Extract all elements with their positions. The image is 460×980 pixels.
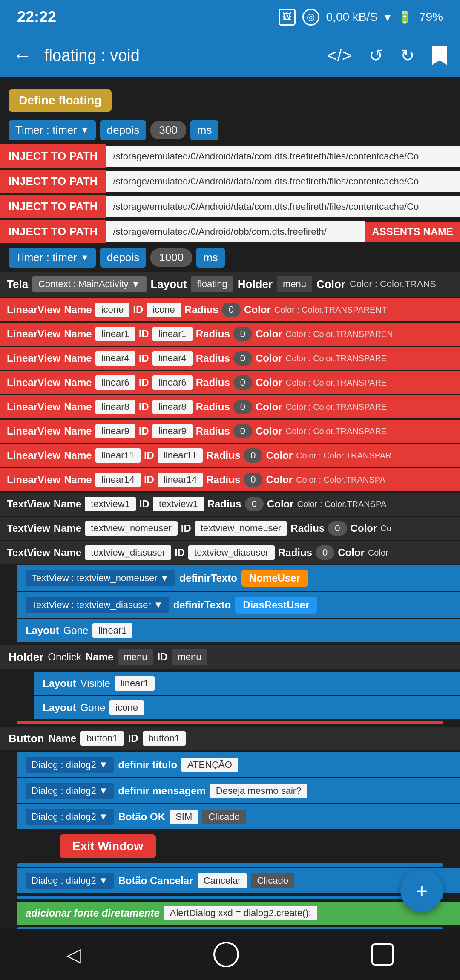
inject-label-2: INJECT TO PATH xyxy=(0,170,106,193)
holder-onclick-name[interactable]: menu xyxy=(118,649,153,665)
top-bar: ← floating : void </> ↺ ↻ xyxy=(0,34,460,77)
menu-badge[interactable]: menu xyxy=(277,276,312,292)
inject-label-1: INJECT TO PATH xyxy=(0,144,106,168)
dialog-dropdown-icon4: ▼ xyxy=(99,875,108,886)
inject-label-3: INJECT TO PATH xyxy=(0,195,106,218)
tela-keyword: Tela xyxy=(7,278,28,291)
action-row-diasuser: TextView : textview_diasuser ▼ definirTe… xyxy=(17,592,460,618)
nav-recents-button[interactable] xyxy=(371,943,394,966)
inject-row-4: INJECT TO PATH /storage/emulated/0/Andro… xyxy=(0,220,460,243)
timer1-block: Timer : timer ▼ depois 300 ms xyxy=(9,120,451,140)
ok-sim-value[interactable]: SIM xyxy=(170,810,198,824)
titulo-value[interactable]: ATENÇÃO xyxy=(181,758,238,772)
cancelar-value[interactable]: Cancelar xyxy=(198,873,247,888)
button1-id[interactable]: button1 xyxy=(143,731,186,746)
button-row-1: Button Name button1 ID button1 xyxy=(0,727,460,750)
linear-view-row-linear11: LinearView Name linear11 ID linear11 Rad… xyxy=(0,444,460,467)
definirTexto-label: definirTexto xyxy=(179,572,237,584)
timer2-block: Timer : timer ▼ depois 1000 ms xyxy=(9,248,451,268)
layout-visible-name[interactable]: linear1 xyxy=(115,676,155,691)
nav-recents-square-icon xyxy=(371,943,394,966)
textview-diasuser-dropdown[interactable]: TextView : textview_diasuser ▼ xyxy=(26,597,169,613)
exit-window-container: Exit Window xyxy=(34,832,460,861)
layout-gone-icone-name[interactable]: icone xyxy=(109,700,144,715)
timer1-value[interactable]: 300 xyxy=(150,121,186,139)
layout-gone-linear1: Layout Gone linear1 xyxy=(17,619,460,642)
fab-button[interactable]: + xyxy=(400,869,443,912)
layout-gone-icone: Layout Gone icone xyxy=(34,696,460,719)
cancelar-clicado: Clicado xyxy=(251,873,294,888)
dialog2-mensagem-dropdown[interactable]: Dialog : dialog2 ▼ xyxy=(26,783,114,799)
bottom-nav: ◁ xyxy=(0,929,460,980)
inject-path-3: /storage/emulated/0/Android/data/com.dts… xyxy=(106,196,460,217)
linear-view-row-linear1: LinearView Name linear1 ID linear1 Radiu… xyxy=(0,323,460,346)
dialog-row-ok: Dialog : dialog2 ▼ Botão OK SIM Clicado xyxy=(17,804,460,829)
definirTexto-label2: definirTexto xyxy=(173,599,231,611)
dialog-dropdown-icon: ▼ xyxy=(99,759,108,770)
code-icon[interactable]: </> xyxy=(327,46,352,65)
timer2-label[interactable]: Timer : timer ▼ xyxy=(9,248,96,268)
dialog2-titulo-dropdown[interactable]: Dialog : dialog2 ▼ xyxy=(26,757,114,773)
status-bar: 22:22 🖼 ◎ 0,00 kB/S ▾ 🔋 79% xyxy=(0,0,460,34)
red-separator-1 xyxy=(17,721,443,724)
mensagem-value[interactable]: Deseja mesmo sair? xyxy=(210,784,308,798)
inject-row-2: INJECT TO PATH /storage/emulated/0/Andro… xyxy=(0,170,460,193)
record-icon: ◎ xyxy=(302,9,319,26)
timer2-dropdown-icon: ▼ xyxy=(80,253,89,262)
color-keyword: Color xyxy=(316,278,345,291)
nav-back-button[interactable]: ◁ xyxy=(66,944,81,966)
linear-view-row-linear14: LinearView Name linear14 ID linear14 Rad… xyxy=(0,468,460,491)
toolbar-icons: </> ↺ ↻ xyxy=(327,46,447,65)
linear-view-row-linear9: LinearView Name linear9 ID linear9 Radiu… xyxy=(0,420,460,443)
redo-icon[interactable]: ↻ xyxy=(400,46,415,65)
dropdown-arrow-icon2: ▼ xyxy=(154,600,163,611)
source-value[interactable]: AlertDialog xxd = dialog2.create(); xyxy=(164,906,317,920)
main-content: Define floating Timer : timer ▼ depois 3… xyxy=(0,77,460,980)
define-floating-label: Define floating xyxy=(0,85,460,116)
green-source-row: adicionar fonte diretamente AlertDialog … xyxy=(17,902,460,925)
inject-path-2: /storage/emulated/0/Android/data/com.dts… xyxy=(106,171,460,192)
linear-view-row-linear4: LinearView Name linear4 ID linear4 Radiu… xyxy=(0,347,460,370)
layout-gone-name[interactable]: linear1 xyxy=(92,623,132,638)
dropdown-arrow-icon: ▼ xyxy=(160,573,170,584)
dialog2-cancelar-dropdown[interactable]: Dialog : dialog2 ▼ xyxy=(26,873,114,889)
button1-name[interactable]: button1 xyxy=(80,731,124,746)
layout-visible-linear1: Layout Visible linear1 xyxy=(34,672,460,695)
holder-onclick-id[interactable]: menu xyxy=(172,649,207,665)
timer1-label[interactable]: Timer : timer ▼ xyxy=(9,120,96,140)
timer2-value[interactable]: 1000 xyxy=(150,248,192,267)
bookmark-icon[interactable] xyxy=(432,46,447,65)
diasrestuser-value[interactable]: DiasRestUser xyxy=(235,597,317,614)
inject-path-4: /storage/emulated/0/Android/obb/com.dts.… xyxy=(106,221,365,242)
action-row-nomeuser: TextView : textview_nomeuser ▼ definirTe… xyxy=(17,565,460,591)
back-button[interactable]: ← xyxy=(13,45,32,66)
linear-view-row-linear8: LinearView Name linear8 ID linear8 Radiu… xyxy=(0,395,460,418)
inject-row-1: INJECT TO PATH /storage/emulated/0/Andro… xyxy=(0,144,460,168)
nav-home-button[interactable] xyxy=(213,942,239,967)
layout-keyword: Layout xyxy=(151,278,187,291)
fab-icon: + xyxy=(416,879,428,902)
undo-icon[interactable]: ↺ xyxy=(369,46,383,65)
image-icon: 🖼 xyxy=(279,9,296,26)
context-dropdown-icon: ▼ xyxy=(131,279,141,289)
timer2-depois: depois xyxy=(100,248,147,268)
holder-onclick-row: Holder Onclick Name menu ID menu xyxy=(0,645,460,669)
timer1-unit: ms xyxy=(190,120,219,140)
layout-value[interactable]: floating xyxy=(191,276,233,292)
holder-keyword: Holder xyxy=(238,278,273,291)
ok-clicado: Clicado xyxy=(202,810,245,824)
nomeuser-value[interactable]: NomeUser xyxy=(242,570,308,587)
timer2-unit: ms xyxy=(196,248,225,268)
battery-percent: 79% xyxy=(419,10,443,24)
color-value: Color : Color.TRANS xyxy=(350,279,436,290)
inject-path-1: /storage/emulated/0/Android/data/com.dts… xyxy=(106,146,460,167)
textview-nomeuser-dropdown[interactable]: TextView : textview_nomeuser ▼ xyxy=(26,570,175,586)
status-time: 22:22 xyxy=(17,8,56,26)
wifi-icon: ▾ xyxy=(385,10,391,24)
context-label[interactable]: Context : MainActivity ▼ xyxy=(32,276,146,292)
dialog-row-cancelar: Dialog : dialog2 ▼ Botão Cancelar Cancel… xyxy=(17,868,460,893)
blue-separator-1 xyxy=(17,863,443,867)
textview-row-1: TextView Name textview1 ID textview1 Rad… xyxy=(0,493,460,516)
exit-window-button[interactable]: Exit Window xyxy=(60,834,156,858)
dialog2-ok-dropdown[interactable]: Dialog : dialog2 ▼ xyxy=(26,809,114,825)
